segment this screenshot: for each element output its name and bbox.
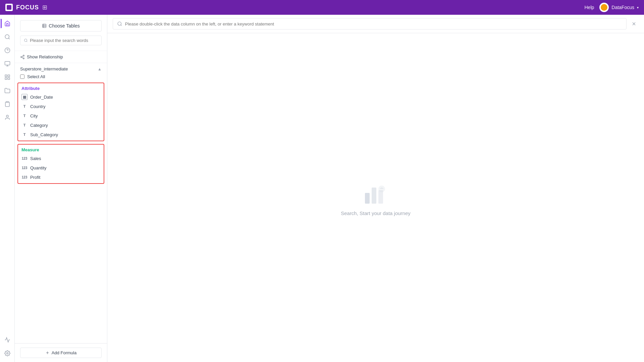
svg-rect-33 — [378, 190, 383, 204]
col-category[interactable]: T Category — [18, 120, 104, 130]
col-category-label: Category — [30, 123, 48, 128]
text-type-icon: T — [21, 103, 28, 109]
choose-tables-button[interactable]: Choose Tables — [20, 20, 102, 32]
topbar-right: Help DataFocus ▾ — [585, 3, 639, 12]
empty-state-text: Search, Start your data journey — [341, 210, 411, 216]
col-order-date[interactable]: ▦ Order_Date — [18, 92, 104, 102]
select-all-row: Select All — [15, 73, 107, 81]
user-menu[interactable]: DataFocus ▾ — [599, 3, 639, 12]
date-type-icon: ▦ — [21, 94, 28, 100]
nav-analytics[interactable] — [1, 334, 13, 346]
table-icon — [42, 23, 47, 28]
user-avatar — [599, 3, 609, 12]
content-area: Search, Start your data journey — [107, 15, 644, 362]
select-all-label: Select All — [27, 74, 45, 79]
col-quantity[interactable]: 123 Quantity — [18, 163, 104, 172]
topbar: FOCUS ⊞ Help DataFocus ▾ — [0, 0, 644, 15]
svg-rect-4 — [5, 61, 10, 65]
svg-rect-31 — [365, 193, 370, 204]
sidebar-search-icon — [24, 38, 28, 43]
attribute-label: Attribute — [18, 85, 104, 92]
app-name: FOCUS — [16, 4, 39, 11]
nav-search[interactable] — [1, 31, 13, 43]
main-search-bar — [107, 15, 644, 33]
user-chevron-icon: ▾ — [637, 6, 639, 9]
text-type-icon-3: T — [21, 122, 28, 128]
svg-point-12 — [6, 115, 8, 117]
col-sub-category[interactable]: T Sub_Category — [18, 130, 104, 139]
attribute-section: Attribute ▦ Order_Date T Country T City … — [17, 83, 104, 141]
nav-monitor[interactable] — [1, 58, 13, 70]
table-header: Superstore_intermediate ▲ — [15, 63, 107, 73]
col-profit[interactable]: 123 Profit — [18, 172, 104, 182]
empty-illustration — [362, 179, 389, 206]
main-layout: Choose Tables Show Relationship Supersto… — [15, 15, 644, 362]
svg-point-20 — [23, 55, 24, 56]
svg-rect-32 — [372, 188, 376, 204]
nav-settings[interactable] — [1, 347, 13, 359]
choose-tables-label: Choose Tables — [49, 23, 79, 29]
col-city-label: City — [30, 113, 38, 118]
main-search-input[interactable] — [125, 21, 622, 27]
sidebar-content: Superstore_intermediate ▲ Select All Att… — [15, 63, 107, 343]
svg-point-13 — [6, 353, 8, 354]
col-sales[interactable]: 123 Sales — [18, 154, 104, 163]
svg-rect-7 — [5, 75, 7, 76]
col-profit-label: Profit — [30, 175, 40, 180]
select-all-checkbox[interactable] — [20, 74, 24, 79]
col-sales-label: Sales — [30, 156, 41, 161]
svg-point-27 — [118, 22, 121, 25]
user-name: DataFocus — [611, 5, 634, 10]
relationship-icon — [20, 55, 25, 59]
bar-chart-illustration — [362, 179, 389, 206]
logo-icon — [5, 4, 13, 11]
help-link[interactable]: Help — [585, 5, 594, 10]
add-formula-label: Add Formula — [52, 350, 76, 355]
svg-rect-9 — [5, 78, 7, 80]
nav-person[interactable] — [1, 111, 13, 123]
col-country[interactable]: T Country — [18, 102, 104, 111]
sidebar-top: Choose Tables — [15, 15, 107, 51]
topbar-left: FOCUS ⊞ — [5, 4, 47, 11]
sidebar-search-input[interactable] — [30, 38, 98, 43]
svg-line-19 — [26, 41, 27, 42]
nav-clipboard[interactable] — [1, 98, 13, 110]
svg-line-24 — [22, 56, 23, 56]
left-nav — [0, 15, 15, 362]
col-city[interactable]: T City — [18, 111, 104, 120]
svg-rect-14 — [43, 24, 46, 28]
number-type-icon-3: 123 — [21, 174, 28, 180]
show-relationship-link[interactable]: Show Relationship — [15, 51, 107, 63]
svg-rect-11 — [6, 102, 8, 103]
main-search-inner — [113, 18, 627, 30]
nav-home[interactable] — [1, 17, 13, 30]
sidebar-search-box — [20, 36, 102, 45]
svg-rect-10 — [8, 78, 9, 80]
nav-help[interactable] — [1, 44, 13, 56]
table-collapse-button[interactable]: ▲ — [98, 67, 102, 71]
formula-icon — [45, 351, 50, 355]
sidebar: Choose Tables Show Relationship Supersto… — [15, 15, 107, 362]
new-tab-button[interactable]: ⊞ — [42, 4, 47, 11]
add-formula-button[interactable]: Add Formula — [20, 348, 102, 358]
svg-point-18 — [24, 39, 27, 42]
main-search-icon — [117, 21, 122, 27]
svg-point-0 — [5, 35, 9, 39]
clear-icon — [631, 21, 637, 27]
measure-section: Measure 123 Sales 123 Quantity 123 Profi… — [17, 144, 104, 184]
col-quantity-label: Quantity — [30, 165, 46, 170]
show-relationship-label: Show Relationship — [27, 54, 63, 59]
svg-rect-8 — [8, 75, 9, 76]
search-clear-button[interactable] — [629, 19, 639, 29]
number-type-icon: 123 — [21, 155, 28, 161]
nav-grid[interactable] — [1, 71, 13, 83]
col-order-date-label: Order_Date — [30, 95, 53, 100]
svg-point-22 — [23, 58, 24, 59]
sidebar-bottom: Add Formula — [15, 343, 107, 362]
col-sub-category-label: Sub_Category — [30, 132, 58, 137]
number-type-icon-2: 123 — [21, 165, 28, 171]
text-type-icon-4: T — [21, 132, 28, 138]
nav-folder[interactable] — [1, 85, 13, 97]
measure-label: Measure — [18, 146, 104, 154]
svg-line-23 — [22, 57, 23, 58]
